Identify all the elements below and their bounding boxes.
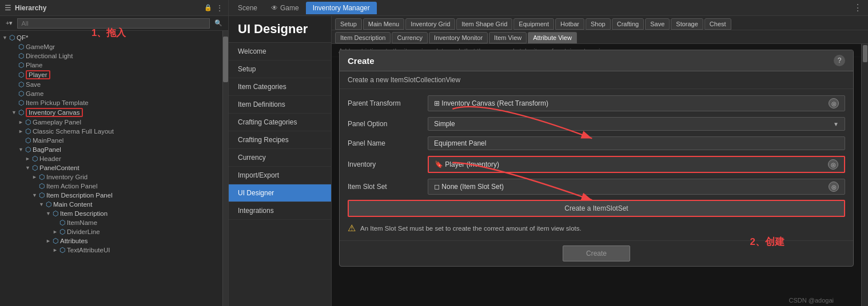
tree-item-itempickup[interactable]: ⬡ Item Pickup Template [0,98,228,107]
tab-game-label: Game [280,4,299,12]
field-box-item-slot-set[interactable]: ◻ None (Item Slot Set) ◎ [428,179,845,195]
field-box-inventory[interactable]: 🔖 Player (Inventory) ◎ [428,156,845,173]
form-row-panel-name: Panel Name Equipment Panel [340,134,853,153]
field-box-parent-transform[interactable]: ⊞ Inventory Canvas (Rect Transform) ◎ [428,95,845,111]
label-inventory: Inventory [348,160,428,168]
field-item-slot-set: ◻ None (Item Slot Set) ◎ [428,179,845,195]
search-icon[interactable]: 🔍 [212,18,225,28]
tree-item-bagpanel[interactable]: ▼ ⬡ BagPanel [0,145,228,154]
tree-item-gamepanel[interactable]: ► ⬡ Gameplay Panel [0,118,228,127]
tree-item-itemaction[interactable]: ⬡ Item Action Panel [0,182,228,191]
cube-icon: ⬡ [18,71,24,79]
dialog-help-button[interactable]: ? [834,55,845,66]
search-input[interactable] [17,18,210,29]
tree-item-plane[interactable]: ⬡ Plane [0,61,228,70]
cube-icon: ⬡ [9,34,15,42]
tab-equipment[interactable]: Equipment [513,18,554,30]
add-button[interactable]: +▾ [3,18,15,28]
tree-item-itemname[interactable]: ⬡ ItemName [0,218,228,227]
field-panel-option: Simple ▼ [428,117,845,131]
tab-shop[interactable]: Shop [586,18,611,30]
tab-inventory-monitor[interactable]: Inventory Monitor [429,32,488,43]
eye-icon: 👁 [271,4,278,12]
nav-integrations[interactable]: Integrations [229,202,331,220]
tab-item-description[interactable]: Item Description [335,32,391,43]
hierarchy-header: ☰ Hierarchy 🔒 ⋮ [0,0,228,16]
tab-main-menu[interactable]: Main Menu [363,18,404,30]
tab-currency[interactable]: Currency [392,32,428,43]
create-itemslotset-button[interactable]: Create a ItemSlotSet [348,200,845,217]
warning-icon: ⚠ [348,223,356,233]
form-row-panel-option: Panel Option Simple ▼ [340,114,853,134]
tree-item-invgrid[interactable]: ► ⬡ Inventory Grid [0,172,228,182]
tab-storage[interactable]: Storage [671,18,703,30]
tab-item-shape-grid[interactable]: Item Shape Grid [456,18,512,30]
tab-scene[interactable]: Scene [231,2,264,14]
tree-item-attributes[interactable]: ► ⬡ Attributes [0,236,228,245]
tree-item-panelcontent[interactable]: ▼ ⬡ PanelContent [0,163,228,172]
nav-import-export[interactable]: Import/Export [229,167,331,184]
tree-label: MainPanel [33,137,63,144]
left-nav: UI Designer Welcome Setup Item Categorie… [229,16,332,306]
tree-arrow: ► [53,229,59,235]
tree-item-gamemgr[interactable]: ⬡ GameMgr [0,42,228,51]
tree-arrow: ▼ [2,35,9,41]
tab-inventory-grid[interactable]: Inventory Grid [405,18,455,30]
cube-icon: ⬡ [18,99,24,107]
tree-label: Item Pickup Template [26,99,89,106]
nav-ui-designer[interactable]: UI Designer [229,184,331,202]
cube-icon: ⬡ [25,136,31,144]
select-panel-option[interactable]: Simple ▼ [428,117,845,131]
field-box-panel-name[interactable]: Equipment Panel [428,136,845,150]
parent-transform-select-btn[interactable]: ◎ [829,98,839,108]
tree-item-itemdescpanel[interactable]: ▼ ⬡ Item Description Panel [0,191,228,200]
watermark: CSDN @adogai [789,297,834,304]
annotation-create: 2、创建 [750,235,785,248]
tree-item-invcanvas[interactable]: ▼ ⬡ Inventory Canvas [0,107,228,118]
tree-label: Plane [26,62,42,69]
tree-item-mainpanel[interactable]: ⬡ MainPanel [0,136,228,145]
cube-icon: ⬡ [25,146,31,154]
nav-welcome[interactable]: Welcome [229,43,331,61]
tree-item-dividerline[interactable]: ► ⬡ DividerLine [0,227,228,236]
tab-game[interactable]: 👁 Game [264,2,306,14]
inventory-select-btn[interactable]: ◎ [828,159,838,170]
tree-item-qf[interactable]: ▼ ⬡ QF* ⋮ [0,33,228,42]
nav-setup[interactable]: Setup [229,61,331,78]
tab-item-view[interactable]: Item View [489,32,527,43]
item-slot-set-select-btn[interactable]: ◎ [829,182,839,192]
tree-label: Header [39,155,61,162]
tree-label: Inventory Grid [46,174,87,180]
tree-item-itemdesc[interactable]: ▼ ⬡ Item Description [0,209,228,218]
tree-item-header[interactable]: ► ⬡ Header [0,154,228,163]
label-item-slot-set: Item Slot Set [348,183,428,191]
nav-item-categories[interactable]: Item Categories [229,78,331,96]
tree-item-save[interactable]: ⬡ Save [0,80,228,89]
cube-icon: ⬡ [25,127,31,135]
tab-save[interactable]: Save [645,18,670,30]
tab-bar-1: Setup Main Menu Inventory Grid Item Shap… [332,16,868,30]
tree-label: QF* [17,34,28,41]
tab-inventory-manager[interactable]: Inventory Manager [306,2,377,14]
tab-hotbar[interactable]: Hotbar [555,18,584,30]
nav-crafting-categories[interactable]: Crafting Categories [229,114,331,131]
tab-setup[interactable]: Setup [335,18,362,30]
tree-item-dirlight[interactable]: ⬡ Directional Light [0,51,228,61]
tree-item-maincontent[interactable]: ▼ ⬡ Main Content [0,200,228,209]
tree-item-game[interactable]: ⬡ Game [0,89,228,98]
tree-arrow: ▼ [25,165,32,171]
tab-more-icon[interactable]: ⋮ [850,2,866,13]
tree-item-player[interactable]: ⬡ Player [0,70,228,80]
cube-icon: ⬡ [59,246,65,254]
nav-item-definitions[interactable]: Item Definitions [229,96,331,114]
nav-crafting-recipes[interactable]: Crafting Recipes [229,131,331,149]
create-button[interactable]: Create [563,245,630,261]
tab-crafting[interactable]: Crafting [612,18,644,30]
nav-currency[interactable]: Currency [229,149,331,167]
tree-item-textattributeui[interactable]: ► ⬡ TextAttributeUI [0,245,228,255]
tab-chest[interactable]: Chest [704,18,731,30]
tree-label: Item Action Panel [46,183,98,190]
tab-attribute-view[interactable]: Attribute View [528,32,577,43]
tree-arrow: ▼ [46,211,53,216]
tree-item-classicschema[interactable]: ► ⬡ Classic Schema Full Layout [0,127,228,136]
